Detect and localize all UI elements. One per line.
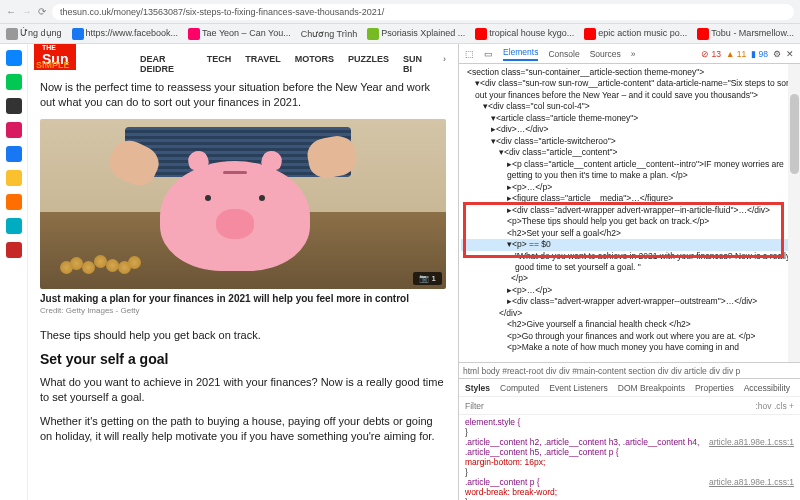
device-icon[interactable]: ▭ [484,49,493,59]
site-logo[interactable]: THESun SIMPLE [34,44,76,70]
site-nav: DEAR DEIDRE TECH TRAVEL MOTORS PUZZLES S… [140,54,446,74]
image-caption: Just making a plan for your finances in … [40,293,446,304]
ext-icon[interactable] [6,242,22,258]
bookmark-item[interactable]: Tobu - Marsmellow... [697,28,794,40]
info-count[interactable]: ▮ 98 [751,49,768,59]
tab-dombp[interactable]: DOM Breakpoints [618,383,685,393]
styles-pane: Styles Computed Event Listeners DOM Brea… [459,378,800,500]
nav-item[interactable]: TECH [207,54,232,74]
nav-item[interactable]: SUN BI [403,54,429,74]
image-credit: Credit: Getty Images - Getty [40,306,446,315]
ext-icon[interactable] [6,98,22,114]
bookmark-item[interactable]: Chương Trình [301,29,358,39]
inspect-icon[interactable]: ⬚ [465,49,474,59]
tab-console[interactable]: Console [548,49,579,59]
nav-more-icon[interactable]: › [443,54,446,74]
ext-icon[interactable] [6,74,22,90]
extension-sidebar [0,44,28,500]
ext-icon[interactable] [6,194,22,210]
nav-item[interactable]: PUZZLES [348,54,389,74]
nav-item[interactable]: TRAVEL [245,54,280,74]
article-text: What do you want to achieve in 2021 with… [40,375,446,406]
scrollbar[interactable] [788,64,800,362]
tab-listeners[interactable]: Event Listeners [549,383,608,393]
article-text: These tips should help you get back on t… [40,329,446,341]
bookmark-item[interactable]: epic action music po... [584,28,687,40]
ext-icon[interactable] [6,122,22,138]
address-bar[interactable]: thesun.co.uk/money/13563087/six-steps-to… [52,4,794,20]
tabs-more-icon[interactable]: » [631,49,636,59]
forward-icon[interactable]: → [22,6,32,17]
nav-item[interactable]: MOTORS [295,54,334,74]
tab-a11y[interactable]: Accessibility [744,383,790,393]
article-text: Whether it's getting on the path to buyi… [40,414,446,445]
dom-tree[interactable]: <section class="sun-container__article-s… [459,64,800,362]
bookmark-item[interactable]: tropical house kygo... [475,28,574,40]
settings-icon[interactable]: ⚙ [773,49,781,59]
back-icon[interactable]: ← [6,6,16,17]
css-rules[interactable]: element.style { } article.a81.98e.1.css:… [459,415,800,500]
close-icon[interactable]: ✕ [786,49,794,59]
bookmarks-bar: Ứng dụng https://www.facebook... Tae Yeo… [0,24,800,44]
ext-icon[interactable] [6,218,22,234]
article-hero-image: 📷 1 [40,119,446,289]
dom-breadcrumb[interactable]: html body #react-root div div #main-cont… [459,362,800,378]
article-heading: Set your self a goal [40,351,446,367]
devtools-tabs: ⬚ ▭ Elements Console Sources » ⊘ 13 ▲ 11… [459,44,800,64]
error-count[interactable]: ⊘ 13 [701,49,721,59]
image-count-badge[interactable]: 📷 1 [413,272,442,285]
bookmark-item[interactable]: Tae Yeon – Can You... [188,28,291,40]
reload-icon[interactable]: ⟳ [38,6,46,17]
watermark: SIMPLE [36,60,70,70]
tab-sources[interactable]: Sources [590,49,621,59]
page-content: THESun SIMPLE DEAR DEIDRE TECH TRAVEL MO… [28,44,458,500]
bookmark-item[interactable]: Ứng dụng [6,28,62,40]
tab-computed[interactable]: Computed [500,383,539,393]
warning-count[interactable]: ▲ 11 [726,49,746,59]
article-intro: Now is the perfect time to reassess your… [40,80,446,111]
tab-props[interactable]: Properties [695,383,734,393]
styles-filter-input[interactable] [465,401,749,411]
browser-toolbar: ← → ⟳ thesun.co.uk/money/13563087/six-st… [0,0,800,24]
ext-icon[interactable] [6,50,22,66]
tab-styles[interactable]: Styles [465,383,490,393]
ext-icon[interactable] [6,170,22,186]
bookmark-item[interactable]: Psoriasis Xplained ... [367,28,465,40]
tab-elements[interactable]: Elements [503,47,538,61]
selected-node: ▾<p> == $0 [461,239,798,250]
devtools-panel: ⬚ ▭ Elements Console Sources » ⊘ 13 ▲ 11… [458,44,800,500]
ext-icon[interactable] [6,146,22,162]
nav-item[interactable]: DEAR DEIDRE [140,54,193,74]
hov-toggle[interactable]: :hov .cls + [755,401,794,411]
bookmark-item[interactable]: https://www.facebook... [72,28,179,40]
